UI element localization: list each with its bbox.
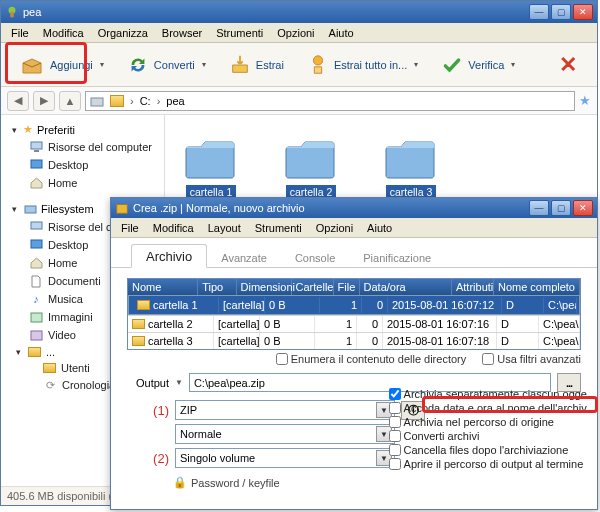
verify-button[interactable]: Verifica▾ (429, 48, 526, 82)
menu-tools[interactable]: Strumenti (210, 25, 269, 41)
create-zip-dialog: Crea .zip | Normale, nuovo archivio — ▢ … (110, 197, 598, 510)
favorites-label[interactable]: Preferiti (37, 124, 75, 136)
music-icon: ♪ (29, 292, 43, 306)
svg-rect-11 (31, 331, 42, 340)
svg-point-2 (313, 55, 322, 64)
tree-desktop[interactable]: Desktop (9, 156, 164, 174)
svg-rect-5 (34, 150, 39, 152)
dialog-maximize[interactable]: ▢ (551, 200, 571, 216)
extract-all-icon (306, 53, 330, 77)
svg-rect-4 (31, 142, 42, 149)
grid-footer: Enumera il contenuto delle directory Usa… (111, 350, 597, 367)
extract-button[interactable]: Estrai (217, 48, 295, 82)
opt-archive-source[interactable]: Archivia nel percorso di origine (389, 416, 587, 428)
tab-advanced[interactable]: Avanzate (207, 248, 281, 267)
convert-label: Converti (154, 59, 195, 71)
minimize-button[interactable]: — (529, 4, 549, 20)
home-icon (29, 256, 43, 270)
home-icon (29, 176, 43, 190)
dmenu-options[interactable]: Opzioni (310, 220, 359, 236)
dmenu-file[interactable]: File (115, 220, 145, 236)
add-button[interactable]: Aggiungi▾ (7, 48, 115, 82)
dialog-close[interactable]: ✕ (573, 200, 593, 216)
opt-convert[interactable]: Converti archivi (389, 430, 587, 442)
check-adv-filters[interactable]: Usa filtri avanzati (482, 353, 581, 365)
up-button[interactable]: ▲ (59, 91, 81, 111)
tabs: Archivio Avanzate Console Pianificazione (111, 238, 597, 268)
back-button[interactable]: ◀ (7, 91, 29, 111)
opt-append-date[interactable]: Accoda data e ora al nome dell'archiv (389, 402, 587, 414)
tab-console[interactable]: Console (281, 248, 349, 267)
convert-button[interactable]: Converti▾ (115, 48, 217, 82)
tree-computer[interactable]: Risorse del computer (9, 138, 164, 156)
tab-schedule[interactable]: Pianificazione (349, 248, 445, 267)
drive-icon (23, 202, 37, 216)
maximize-button[interactable]: ▢ (551, 4, 571, 20)
bookmark-icon[interactable]: ★ (579, 93, 591, 108)
extract-all-label: Estrai tutto in... (334, 59, 407, 71)
output-label: Output (127, 377, 169, 389)
dialog-titlebar[interactable]: Crea .zip | Normale, nuovo archivio — ▢ … (111, 198, 597, 218)
format-select[interactable]: ZIP▼ (175, 400, 395, 420)
menu-help[interactable]: Aiuto (323, 25, 360, 41)
options-column: Archivia separatamente ciascun ogge Acco… (389, 388, 587, 472)
grid-header[interactable]: Nome Tipo Dimensioni Cartelle File Data/… (128, 279, 580, 295)
folder-icon (110, 95, 124, 107)
close-button[interactable]: ✕ (573, 4, 593, 20)
opt-open-output[interactable]: Aprire il percorso di output al termine (389, 458, 587, 470)
address-field[interactable]: › C: › pea (85, 91, 575, 111)
extract-label: Estrai (256, 59, 284, 71)
dmenu-tools[interactable]: Strumenti (249, 220, 308, 236)
password-label[interactable]: Password / keyfile (191, 477, 280, 489)
x-red-icon: ✕ (556, 53, 580, 77)
check-enum-dir[interactable]: Enumera il contenuto delle directory (276, 353, 466, 365)
dmenu-edit[interactable]: Modifica (147, 220, 200, 236)
desktop-icon (29, 238, 43, 252)
main-titlebar[interactable]: pea — ▢ ✕ (1, 1, 597, 23)
menu-edit[interactable]: Modifica (37, 25, 90, 41)
lock-icon: 🔒 (173, 476, 187, 489)
window-title: pea (23, 6, 41, 18)
dmenu-layout[interactable]: Layout (202, 220, 247, 236)
folder-large-icon (383, 133, 439, 183)
svg-rect-12 (117, 205, 128, 214)
opt-delete-after[interactable]: Cancella files dopo l'archiviazione (389, 444, 587, 456)
menu-browser[interactable]: Browser (156, 25, 208, 41)
menu-file[interactable]: File (5, 25, 35, 41)
forward-button[interactable]: ▶ (33, 91, 55, 111)
grid-row-2[interactable]: cartella 2 [cartella] 0 B 1 0 2015-08-01… (128, 315, 580, 332)
volume-select[interactable]: Singolo volume▼ (175, 448, 395, 468)
computer-icon (29, 140, 43, 154)
opt-separate[interactable]: Archivia separatamente ciascun ogge (389, 388, 587, 400)
level-select[interactable]: Normale▼ (175, 424, 395, 444)
document-icon (29, 274, 43, 288)
menu-options[interactable]: Opzioni (271, 25, 320, 41)
folder-icon (132, 319, 145, 329)
drive-icon (90, 94, 104, 108)
dialog-minimize[interactable]: — (529, 200, 549, 216)
history-icon: ⟳ (43, 378, 57, 392)
add-label: Aggiungi (50, 59, 93, 71)
svg-rect-3 (91, 98, 103, 106)
tab-archive[interactable]: Archivio (131, 244, 207, 268)
menu-organize[interactable]: Organizza (92, 25, 154, 41)
grid-row-1[interactable]: cartella 1 [cartella] 0 B 1 0 2015-08-01… (128, 295, 580, 315)
folder-large-icon (183, 133, 239, 183)
folder-icon (137, 300, 150, 310)
extract-all-button[interactable]: Estrai tutto in...▾ (295, 48, 429, 82)
tree-home[interactable]: Home (9, 174, 164, 192)
computer-icon (29, 220, 43, 234)
folder-icon (43, 363, 56, 373)
grid-row-3[interactable]: cartella 3 [cartella] 0 B 1 0 2015-08-01… (128, 332, 580, 349)
dmenu-help[interactable]: Aiuto (361, 220, 398, 236)
video-icon (29, 328, 43, 342)
toolbar-x-button[interactable]: ✕ (545, 48, 591, 82)
refresh-icon (126, 53, 150, 77)
address-path: pea (166, 95, 184, 107)
main-toolbar: Aggiungi▾ Converti▾ Estrai Estrai tutto … (1, 43, 597, 87)
filesystem-label[interactable]: Filesystem (41, 203, 94, 215)
star-icon: ★ (23, 123, 33, 136)
svg-rect-7 (25, 206, 36, 213)
file-grid: Nome Tipo Dimensioni Cartelle File Data/… (127, 278, 581, 350)
verify-label: Verifica (468, 59, 504, 71)
